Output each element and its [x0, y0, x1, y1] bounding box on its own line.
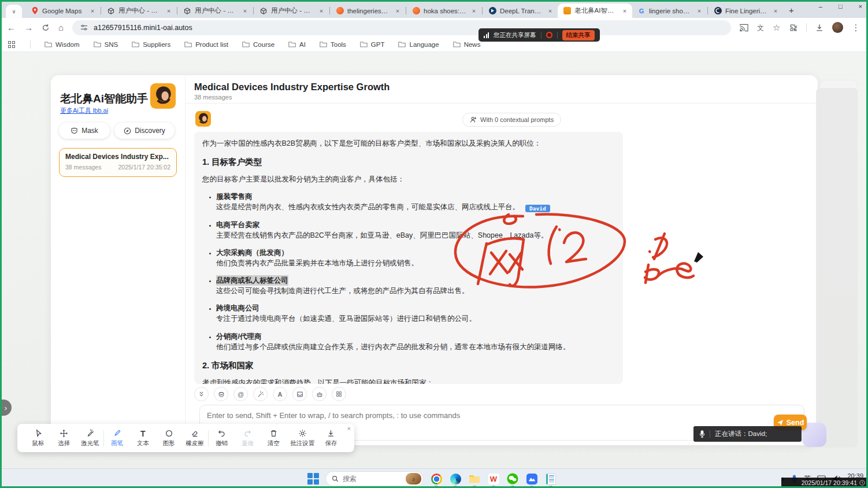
tool-text[interactable]: T 文本 [130, 428, 155, 448]
tool-mouse[interactable]: 鼠标 [25, 428, 51, 448]
tab-close-icon[interactable]: × [695, 8, 703, 14]
chat-history-item[interactable]: Medical Devices Industry Exp... 38 messa… [59, 148, 177, 177]
apps-grid-icon[interactable] [8, 41, 15, 48]
tool-annotation-settings[interactable]: 批注设置 [287, 428, 318, 448]
music-note-icon: ♪ [412, 476, 415, 482]
chat-item-title: Medical Devices Industry Exp... [65, 153, 170, 161]
tab-close-icon[interactable]: × [88, 8, 97, 14]
mask-button[interactable]: Mask [59, 123, 110, 139]
apps-grid-icon[interactable] [332, 387, 346, 401]
close-window-button[interactable]: × [859, 3, 862, 10]
tool-clear[interactable]: 清空 [261, 428, 286, 448]
bookmark-folder-tools[interactable]: Tools [320, 41, 346, 48]
assistant-message: 作为一家中国的性感内衣B2B贸易商，以下是您可能的目标客户类型、市场和国家以及采… [194, 132, 623, 384]
tab-close-icon[interactable]: × [317, 8, 325, 14]
card-frame-icon[interactable] [292, 387, 307, 401]
persona-mask-icon[interactable] [214, 387, 228, 401]
tab-close-icon[interactable]: × [470, 8, 478, 14]
menu-kebab-icon[interactable]: ⋮ [852, 23, 860, 32]
search-highlight-thumbnail[interactable]: ♪ [406, 473, 421, 485]
taskbar-chrome-icon[interactable] [430, 472, 443, 485]
minimize-button[interactable]: – [819, 3, 822, 10]
taskbar-search[interactable]: ♪ [325, 471, 424, 486]
circle-shape-icon [165, 428, 173, 438]
bookmark-folder-suppliers[interactable]: Suppliers [132, 41, 170, 48]
tool-save[interactable]: 保存 [318, 428, 344, 448]
tab-close-icon[interactable]: × [621, 8, 629, 14]
lbb-favicon [563, 7, 571, 15]
tool-select[interactable]: 选择 [51, 428, 77, 448]
start-button[interactable] [307, 473, 319, 485]
bot-icon[interactable] [312, 387, 327, 401]
font-tool-icon[interactable]: A [273, 387, 287, 401]
translate-icon[interactable]: 文 [757, 24, 764, 31]
bookmark-star-icon[interactable]: ☆ [773, 23, 780, 32]
search-input[interactable] [343, 475, 402, 483]
tab-separator [253, 7, 254, 14]
record-indicator[interactable] [546, 32, 552, 38]
bookmark-folder-product-list[interactable]: Product list [184, 41, 228, 48]
prompt-at-icon[interactable]: @ [233, 387, 248, 401]
bookmark-folder-sns[interactable]: SNS [94, 41, 118, 48]
cube-icon [183, 7, 191, 15]
stop-sharing-button[interactable]: 结束共享 [562, 30, 595, 40]
sidebar-divider [185, 75, 186, 445]
tab-thelingerieshop[interactable]: thelingerieshop × [331, 3, 405, 18]
taskbar-explorer-icon[interactable] [468, 472, 481, 485]
bookmark-folder-ai[interactable]: AI [288, 41, 306, 48]
composer-toolbar: @ A [194, 387, 346, 401]
tab-lbb-ai-active[interactable]: 老北鼻AI智能助手 × [558, 3, 632, 18]
profile-avatar[interactable] [832, 22, 843, 33]
taskbar-wps-icon[interactable]: W [487, 472, 500, 485]
chat-input[interactable] [207, 411, 797, 420]
tool-undo[interactable]: 撤销 [209, 428, 235, 448]
tab-fine-lingerie[interactable]: Fine Lingerie, Sle × [709, 3, 783, 18]
collapse-chevrons-icon[interactable] [194, 387, 209, 401]
tab-user-center-3[interactable]: 用户中心 - 首页 × [254, 3, 329, 18]
taskbar-blue-app-icon[interactable] [525, 472, 538, 485]
bookmark-folder-language[interactable]: Language [398, 41, 439, 48]
extensions-puzzle-icon[interactable] [789, 24, 797, 32]
bookmark-folder-wisdom[interactable]: Wisdom [44, 41, 80, 48]
new-tab-button[interactable]: + [789, 5, 794, 15]
screen-share-banner: 您正在共享屏幕 结束共享 [478, 28, 600, 42]
forward-button[interactable]: → [24, 23, 33, 32]
bookmark-folder-news[interactable]: News [453, 41, 481, 48]
taskbar-edge-icon[interactable] [449, 472, 462, 485]
bookmark-folder-course[interactable]: Course [242, 41, 275, 48]
tab-close-icon[interactable]: × [165, 8, 173, 14]
tool-brush-active[interactable]: 画笔 [104, 428, 129, 448]
assistant-avatar [195, 111, 211, 127]
discovery-button[interactable]: Discovery [114, 123, 175, 139]
tab-lingerie-search[interactable]: G lingerie shop - G × [632, 3, 707, 18]
maximize-button[interactable]: □ [839, 3, 843, 10]
tab-close-icon[interactable]: × [394, 8, 402, 14]
tab-close-icon[interactable]: × [546, 8, 554, 14]
close-icon[interactable]: × [347, 425, 351, 432]
tool-shapes[interactable]: 图形 [156, 428, 181, 448]
home-button[interactable]: ⌂ [58, 23, 64, 32]
tab-close-icon[interactable]: × [771, 8, 780, 14]
cast-icon[interactable] [740, 24, 748, 32]
tab-hoka-shoes[interactable]: hoka shoes: Ove × [407, 3, 481, 18]
downloads-icon[interactable] [815, 24, 824, 32]
taskbar-notes-icon[interactable] [544, 472, 557, 485]
bookmark-folder-gpt[interactable]: GPT [360, 41, 385, 48]
tab-search-button[interactable]: ∨ [6, 5, 22, 18]
tab-user-center-2[interactable]: 用户中心 - 首页 × [178, 3, 253, 18]
site-settings-icon[interactable] [80, 24, 88, 31]
magic-wand-icon[interactable] [253, 387, 268, 401]
chat-title: Medical Devices Industry Expertise Growt… [194, 82, 390, 93]
tab-deepl[interactable]: DeepL Translate: × [483, 3, 558, 18]
tab-close-icon[interactable]: × [241, 8, 249, 14]
taskbar-wechat-icon[interactable] [506, 472, 519, 485]
tab-user-center-1[interactable]: 用户中心 - 首页 × [102, 3, 176, 18]
tool-eraser[interactable]: 橡皮擦 [182, 428, 207, 448]
tool-laser-pen[interactable]: 激光笔 [77, 428, 103, 448]
tab-google-maps[interactable]: Google Maps × [25, 3, 100, 18]
contextual-prompts-button[interactable]: With 0 contextual prompts [462, 113, 561, 127]
back-button[interactable]: ← [7, 23, 16, 32]
more-ai-tools-link[interactable]: 更多Ai工具 lbb.ai [60, 106, 108, 115]
address-bar[interactable]: a12657915116.mini1-oai.autos [72, 20, 731, 35]
reload-button[interactable] [42, 24, 50, 32]
